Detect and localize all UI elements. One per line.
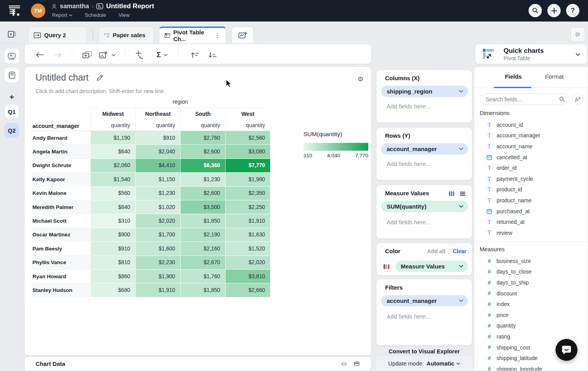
field-pill-account_manager[interactable]: account_manager [381, 143, 468, 155]
field-pill-Measure Values[interactable]: Measure Values [395, 261, 468, 272]
row-label[interactable]: Meredith Palmer [32, 200, 90, 214]
redo-button[interactable] [52, 50, 63, 60]
pivot-column-header-Midwest[interactable]: Midwest [90, 108, 135, 119]
breadcrumb-report-title[interactable]: Untitled Report [106, 2, 154, 10]
heatmap-cell[interactable]: $2,040 [135, 145, 180, 158]
tab-menu-icon[interactable]: ⋮ [214, 32, 220, 39]
pivot-column-header-South[interactable]: South [180, 108, 225, 119]
menu-schedule[interactable]: Schedule [85, 12, 106, 18]
field-item-account_id[interactable]: Taccount_id [474, 119, 588, 130]
collapse-left-panel-button[interactable] [4, 27, 19, 41]
field-pill-account_manager[interactable]: account_manager [381, 295, 468, 306]
heatmap-cell[interactable]: $3,080 [225, 145, 270, 158]
heatmap-cell[interactable]: $900 [90, 228, 135, 242]
rows-layout-icon[interactable] [460, 191, 466, 196]
row-label[interactable]: Michael Scott [32, 214, 90, 228]
tab-format[interactable]: Format [537, 73, 572, 80]
heatmap-cell[interactable]: $1,150 [135, 173, 180, 186]
heatmap-cell[interactable]: $2,250 [225, 200, 270, 214]
heatmap-cell[interactable]: $2,670 [180, 256, 225, 270]
pivot-measure-header[interactable]: quantity [90, 119, 135, 131]
heatmap-cell[interactable]: $1,230 [135, 187, 180, 200]
convert-to-visual-explorer-link[interactable]: Convert to Visual Explorer [376, 348, 472, 355]
delete-chart-menu-button[interactable] [111, 50, 116, 60]
pivot-measure-header[interactable]: quantity [135, 119, 180, 131]
field-item-discount[interactable]: #discount [474, 288, 588, 299]
add-fields-placeholder[interactable]: Add fields here... [387, 313, 431, 320]
search-fields-input[interactable] [480, 94, 568, 105]
heatmap-cell[interactable]: $1,850 [180, 214, 225, 228]
row-label[interactable]: Kevin Malone [32, 187, 90, 200]
row-label[interactable]: Oscar Martinez [32, 228, 90, 242]
field-item-days_to_close[interactable]: #days_to_close [474, 267, 588, 277]
avatar[interactable]: TM [31, 4, 45, 18]
field-item-business_size[interactable]: #business_size [474, 256, 588, 267]
heatmap-cell[interactable]: $1,520 [225, 242, 270, 256]
minimize-icon[interactable] [342, 363, 346, 365]
heatmap-cell[interactable]: $4,410 [135, 159, 180, 173]
row-label[interactable]: Dwight Schrute [32, 159, 90, 173]
rail-q1-button[interactable]: Q1 [4, 104, 19, 119]
chat-help-button[interactable] [556, 339, 577, 361]
heatmap-cell[interactable]: $1,190 [90, 131, 135, 145]
heatmap-cell[interactable]: $1,020 [135, 200, 180, 214]
breadcrumb-user[interactable]: samantha [60, 3, 89, 10]
add-fields-placeholder[interactable]: Add fields here... [387, 219, 431, 225]
heatmap-cell[interactable]: $2,600 [180, 145, 225, 158]
add-button[interactable] [547, 4, 561, 17]
sort-descending-button[interactable] [207, 50, 217, 60]
add-fields-placeholder[interactable]: Add fields here... [387, 103, 431, 110]
heatmap-cell[interactable]: $1,760 [180, 270, 225, 283]
heatmap-cell[interactable]: $1,600 [135, 242, 180, 256]
heatmap-cell[interactable]: $810 [90, 256, 135, 270]
heatmap-cell[interactable]: $640 [90, 145, 135, 158]
aggregate-menu-button[interactable] [163, 50, 168, 60]
field-item-cancelled_at[interactable]: cancelled_at [474, 152, 588, 163]
row-label[interactable]: Stanley Hudson [32, 283, 90, 297]
heatmap-cell[interactable]: $1,630 [225, 228, 270, 242]
rail-notebook-button[interactable] [4, 67, 20, 83]
field-item-quantity[interactable]: #quantity [474, 321, 588, 331]
delete-chart-button[interactable] [98, 50, 108, 60]
rail-report-button[interactable] [4, 48, 20, 64]
heatmap-cell[interactable]: $3,810 [225, 270, 270, 283]
pivot-column-header-Northeast[interactable]: Northeast [135, 108, 180, 119]
new-chart-tab-button[interactable] [231, 27, 254, 43]
heatmap-cell[interactable]: $2,190 [180, 228, 225, 242]
add-fields-placeholder[interactable]: Add fields here... [387, 160, 431, 167]
collapse-right-panel-button[interactable] [570, 27, 585, 42]
heatmap-cell[interactable]: $2,760 [180, 131, 225, 145]
field-item-payment_cycle[interactable]: Tpayment_cycle [474, 173, 588, 184]
heatmap-cell[interactable]: $2,020 [225, 256, 270, 270]
heatmap-cell[interactable]: $1,850 [180, 283, 225, 297]
field-item-price[interactable]: #price [474, 310, 588, 321]
field-item-account_manager[interactable]: Taccount_manager [474, 130, 588, 141]
heatmap-cell[interactable]: $560 [90, 187, 135, 200]
expand-window-icon[interactable] [354, 362, 359, 366]
row-label[interactable]: Pam Beesly [32, 242, 90, 256]
field-item-product_id[interactable]: Tproduct_id [474, 184, 588, 195]
field-item-product_name[interactable]: Tproduct_name [474, 195, 588, 206]
heatmap-cell[interactable]: $3,500 [180, 200, 225, 214]
duplicate-chart-button[interactable] [82, 50, 92, 60]
columns-layout-icon[interactable] [449, 191, 454, 196]
field-item-index[interactable]: #index [474, 299, 588, 310]
chart-title[interactable]: Untitled chart [36, 72, 89, 83]
heatmap-cell[interactable]: $6,360 [180, 159, 225, 173]
heatmap-cell[interactable]: $840 [90, 200, 135, 214]
field-pill-SUM(quantity)[interactable]: SUM(quantity) [381, 201, 468, 212]
pivot-row-field-header[interactable]: account_manager [32, 119, 90, 131]
color-clear-button[interactable]: Clear [453, 248, 466, 254]
heatmap-cell[interactable]: $2,060 [90, 159, 135, 173]
update-mode-bar[interactable]: Update mode: Automatic [376, 356, 472, 371]
heatmap-cell[interactable]: $2,020 [135, 214, 180, 228]
heatmap-cell[interactable]: $1,910 [135, 283, 180, 297]
heatmap-cell[interactable]: $7,770 [225, 159, 270, 173]
heatmap-cell[interactable]: $1,980 [225, 173, 270, 186]
heatmap-cell[interactable]: $2,160 [180, 242, 225, 256]
field-item-purchased_at[interactable]: purchased_at [474, 206, 588, 217]
color-palette-button[interactable] [380, 261, 392, 272]
tab-query-2[interactable]: Query 2 [28, 27, 87, 43]
heatmap-cell[interactable]: $1,230 [180, 173, 225, 186]
heatmap-cell[interactable]: $2,600 [180, 187, 225, 200]
